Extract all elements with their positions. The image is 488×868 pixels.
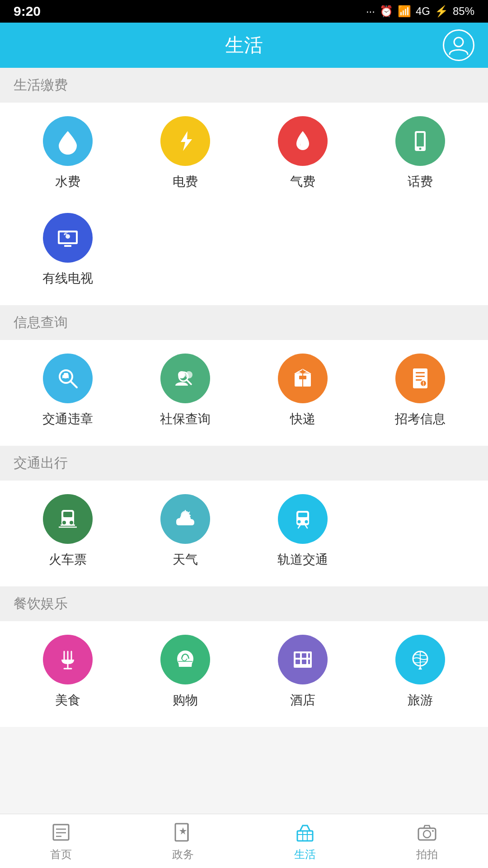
grid-item-exam-info[interactable]: ! 招考信息 [361,354,479,428]
svg-point-14 [185,371,192,378]
svg-rect-2 [417,133,424,146]
express-icon-circle [278,354,328,403]
info-query-grid: 交通违章 社保查询 [0,354,488,441]
gas-icon [289,127,316,155]
grid-item-shopping[interactable]: 购物 [127,635,244,709]
svg-point-39 [298,520,301,524]
grid-item-train-ticket[interactable]: 火车票 [9,494,127,568]
weather-icon-circle [160,494,210,544]
grid-item-gas[interactable]: 气费 [244,116,361,190]
rail-transit-label: 轨道交通 [277,551,328,568]
shopping-icon-circle [160,635,210,684]
svg-rect-23 [416,379,422,381]
svg-point-11 [63,378,65,380]
svg-rect-55 [308,653,310,658]
grid-item-social-security[interactable]: 社保查询 [127,354,244,428]
avatar-button[interactable] [443,29,474,61]
train-icon [54,505,81,533]
svg-point-33 [182,512,188,519]
weather-icon [172,505,199,533]
svg-rect-56 [308,660,310,664]
social-security-label: 社保查询 [160,410,211,428]
svg-point-28 [62,521,66,524]
nav-item-home[interactable]: 首页 [0,821,122,862]
svg-rect-22 [416,376,425,377]
svg-line-9 [70,381,77,387]
social-icon-circle [160,354,210,403]
metro-icon [289,505,316,533]
svg-rect-19 [299,376,306,379]
grid-item-travel[interactable]: 旅游 [361,635,479,709]
food-label: 美食 [55,692,80,709]
battery-percent: 85% [453,5,474,18]
grid-item-traffic-violation[interactable]: 交通违章 [9,354,127,428]
water-icon [54,127,81,155]
train-icon-circle [43,494,93,544]
grid-item-hotel[interactable]: 酒店 [244,635,361,709]
gas-icon-circle [278,116,328,166]
basket-icon [294,821,316,844]
grid-item-food[interactable]: 美食 [9,635,127,709]
dining-grid: 美食 购物 [0,635,488,722]
water-label: 水费 [55,173,80,190]
svg-line-16 [187,380,191,384]
electricity-icon-circle [160,116,210,166]
exam-icon-circle: ! [395,354,445,403]
svg-rect-53 [296,660,300,664]
svg-point-72 [432,830,434,832]
signal-dots: ··· [366,5,375,18]
app-header: 生活 [0,23,488,68]
svg-line-41 [298,525,300,528]
svg-point-3 [419,148,422,150]
page-title: 生活 [225,33,263,58]
status-icons: ··· ⏰ 📶 4G ⚡ 85% [366,5,474,18]
bottom-navigation: 首页 政务 生活 拍拍 [0,814,488,868]
cable-tv-label: 有线电视 [42,270,93,287]
svg-point-29 [70,521,73,524]
svg-line-35 [189,512,190,513]
travel-icon-circle [395,635,445,684]
svg-rect-54 [302,660,306,664]
wifi-icon: 📶 [398,5,411,18]
grid-item-cable-tv[interactable]: 有线电视 [9,213,127,287]
svg-rect-38 [298,513,307,517]
tv-icon [54,224,81,251]
hotel-icon [289,646,316,673]
svg-rect-6 [64,245,71,247]
nav-label-home: 首页 [50,847,72,862]
food-icon [54,646,81,673]
battery-icon: ⚡ [435,5,448,18]
grid-item-phone[interactable]: 话费 [361,116,479,190]
grid-item-rail-transit[interactable]: 轨道交通 [244,494,361,568]
express-label: 快递 [290,410,315,428]
nav-item-life[interactable]: 生活 [244,821,366,862]
svg-line-42 [305,525,307,528]
shopping-label: 购物 [173,692,198,709]
weather-label: 天气 [173,551,198,568]
electricity-icon [172,127,199,155]
svg-text:!: ! [422,381,424,387]
svg-point-7 [66,234,70,239]
alarm-icon: ⏰ [380,5,393,18]
grid-item-electricity[interactable]: 电费 [127,116,244,190]
section-header-info-query: 信息查询 [0,305,488,340]
section-life-payment: 水费 电费 气费 [0,103,488,305]
life-payment-grid: 水费 电费 气费 [0,116,488,301]
camera-icon [416,821,438,844]
svg-point-0 [454,38,463,47]
section-header-life-payment: 生活缴费 [0,68,488,103]
book-star-icon [172,821,194,844]
travel-label: 旅游 [408,692,433,709]
nav-item-affairs[interactable]: 政务 [122,821,244,862]
svg-rect-66 [297,831,313,841]
svg-marker-65 [179,827,187,835]
traffic-icon-circle [43,354,93,403]
grid-item-weather[interactable]: 天气 [127,494,244,568]
svg-point-71 [423,830,431,838]
water-icon-circle [43,116,93,166]
grid-item-express[interactable]: 快递 [244,354,361,428]
nav-item-photo[interactable]: 拍拍 [366,821,488,862]
section-header-dining-entertainment: 餐饮娱乐 [0,586,488,621]
grid-item-water[interactable]: 水费 [9,116,127,190]
car-search-icon [54,365,81,392]
